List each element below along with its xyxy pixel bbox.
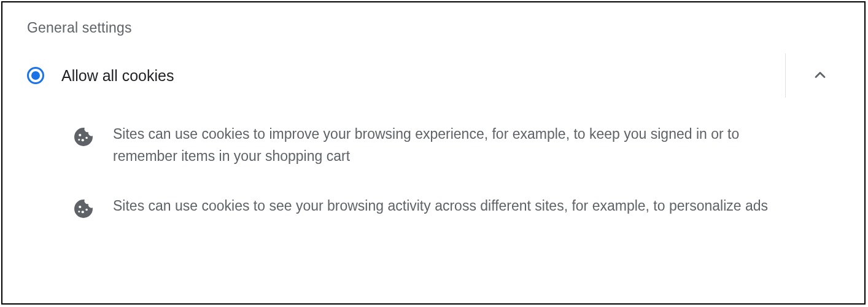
svg-point-0 bbox=[79, 134, 81, 136]
cookie-icon bbox=[72, 198, 95, 220]
description-text: Sites can use cookies to improve your br… bbox=[113, 123, 800, 167]
general-settings-panel: General settings Allow all cookies bbox=[1, 1, 866, 305]
svg-point-6 bbox=[85, 209, 88, 211]
description-item: Sites can use cookies to see your browsi… bbox=[72, 195, 840, 220]
description-text: Sites can use cookies to see your browsi… bbox=[113, 195, 768, 217]
cookie-option-row[interactable]: Allow all cookies bbox=[27, 61, 840, 90]
svg-point-2 bbox=[85, 137, 88, 139]
collapse-button[interactable] bbox=[805, 61, 835, 90]
svg-point-4 bbox=[79, 206, 81, 208]
description-item: Sites can use cookies to improve your br… bbox=[72, 123, 840, 167]
allow-all-cookies-radio[interactable] bbox=[27, 67, 44, 84]
cookie-icon bbox=[72, 126, 95, 148]
section-title: General settings bbox=[27, 20, 840, 36]
vertical-divider bbox=[785, 53, 786, 98]
option-description-list: Sites can use cookies to improve your br… bbox=[27, 123, 840, 220]
svg-point-1 bbox=[82, 139, 84, 141]
radio-selected-dot bbox=[31, 71, 40, 80]
svg-point-3 bbox=[78, 139, 80, 141]
svg-point-7 bbox=[78, 211, 80, 212]
svg-point-5 bbox=[82, 211, 84, 213]
chevron-up-icon bbox=[812, 66, 829, 85]
option-label: Allow all cookies bbox=[61, 67, 788, 85]
